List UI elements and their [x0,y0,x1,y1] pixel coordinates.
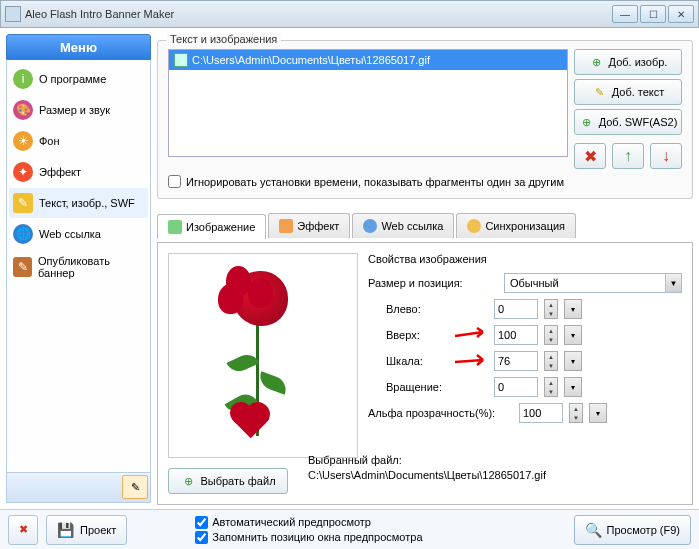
text-images-group: Текст и изображения C:\Users\Admin\Docum… [157,40,693,199]
scale-input[interactable] [494,351,538,371]
menu-collapse-button[interactable]: ✎ [122,475,148,499]
sidebar-item-label: Эффект [39,166,81,178]
move-up-button[interactable]: ↑ [612,143,644,169]
sidebar-item-label: О программе [39,73,106,85]
remember-position-checkbox[interactable] [195,531,208,544]
scale-menu-button[interactable]: ▾ [564,351,582,371]
rose-image [198,266,328,446]
move-down-button[interactable]: ↓ [650,143,682,169]
left-spinner[interactable]: ▲▼ [544,299,558,319]
scale-spinner[interactable]: ▲▼ [544,351,558,371]
auto-preview-checkbox[interactable] [195,516,208,529]
web-tab-icon [363,219,377,233]
ignore-timing-checkbox[interactable] [168,175,181,188]
delete-button[interactable]: ✖ [574,143,606,169]
rotation-menu-button[interactable]: ▾ [564,377,582,397]
sidebar-item-about[interactable]: iО программе [9,64,148,94]
effect-tab-icon [279,219,293,233]
sidebar-item-size[interactable]: 🎨Размер и звук [9,95,148,125]
project-button[interactable]: 💾Проект [46,515,127,545]
image-preview [168,253,358,458]
top-menu-button[interactable]: ▾ [564,325,582,345]
sidebar-item-effect[interactable]: ✦Эффект [9,157,148,187]
ignore-timing-label: Игнорировать установки времени, показыва… [186,176,564,188]
sidebar-item-label: Web ссылка [39,228,101,240]
app-icon [5,6,21,22]
choose-file-button[interactable]: ⊕Выбрать файл [168,468,288,494]
add-text-button[interactable]: ✎Доб. текст [574,79,682,105]
selected-file-label: Выбранный файл: [308,453,682,468]
sync-tab-icon [467,219,481,233]
file-item-selected[interactable]: C:\Users\Admin\Documents\Цветы\12865017.… [169,50,567,70]
tab-body: ⊕Выбрать файл Свойства изображения Разме… [157,242,693,505]
group-label: Текст и изображения [166,33,281,45]
sidebar: Меню iО программе 🎨Размер и звук ☀Фон ✦Э… [6,34,151,503]
rotation-input[interactable] [494,377,538,397]
file-list[interactable]: C:\Users\Admin\Documents\Цветы\12865017.… [168,49,568,157]
alpha-input[interactable] [519,403,563,423]
image-file-icon [174,53,188,67]
sidebar-item-web[interactable]: 🌐Web ссылка [9,219,148,249]
add-text-icon: ✎ [592,84,608,100]
alpha-label: Альфа прозрачность(%): [368,407,513,419]
add-swf-icon: ⊕ [579,114,595,130]
maximize-button[interactable]: ☐ [640,5,666,23]
menu-footer: ✎ [6,473,151,503]
delete-icon: ✖ [584,147,597,166]
props-title: Свойства изображения [368,253,682,265]
footer: ✖ 💾Проект Автоматический предпросмотр За… [0,509,699,549]
sidebar-item-label: Текст, изобр., SWF [39,197,135,209]
magnifier-icon: 🔍 [585,522,602,538]
plus-icon: ⊕ [180,473,196,489]
left-input[interactable] [494,299,538,319]
selected-file-path: C:\Users\Admin\Documents\Цветы\12865017.… [308,468,682,483]
annotation-arrow-icon [453,353,493,371]
titlebar: Aleo Flash Intro Banner Maker — ☐ ✕ [0,0,699,28]
arrow-down-icon: ↓ [662,147,670,165]
tab-effect[interactable]: Эффект [268,213,350,238]
sizepos-label: Размер и позиция: [368,277,498,289]
remember-position-label: Запомнить позицию окна предпросмотра [212,531,422,543]
mode-combo[interactable]: Обычный▼ [504,273,682,293]
close-button[interactable]: ✕ [668,5,694,23]
file-path: C:\Users\Admin\Documents\Цветы\12865017.… [192,54,430,66]
tab-image[interactable]: Изображение [157,214,266,239]
tabs: Изображение Эффект Web ссылка Синхрониза… [157,213,693,238]
window-title: Aleo Flash Intro Banner Maker [25,8,608,20]
sidebar-item-label: Размер и звук [39,104,110,116]
minimize-button[interactable]: — [612,5,638,23]
add-image-icon: ⊕ [589,54,605,70]
left-menu-button[interactable]: ▾ [564,299,582,319]
rotation-spinner[interactable]: ▲▼ [544,377,558,397]
arrow-up-icon: ↑ [624,147,632,165]
cancel-icon: ✖ [19,523,28,536]
save-icon: 💾 [57,522,74,538]
top-spinner[interactable]: ▲▼ [544,325,558,345]
sidebar-item-label: Фон [39,135,60,147]
chevron-down-icon: ▼ [665,274,681,292]
sidebar-item-text-swf[interactable]: ✎Текст, изобр., SWF [9,188,148,218]
tab-sync[interactable]: Синхронизация [456,213,576,238]
auto-preview-label: Автоматический предпросмотр [212,516,371,528]
sidebar-item-publish[interactable]: ✎Опубликовать баннер [9,250,148,284]
rotation-label: Вращение: [368,381,488,393]
left-label: Влево: [368,303,488,315]
annotation-arrow-icon [453,327,493,345]
alpha-menu-button[interactable]: ▾ [589,403,607,423]
sidebar-item-bg[interactable]: ☀Фон [9,126,148,156]
add-swf-button[interactable]: ⊕Доб. SWF(AS2) [574,109,682,135]
menu-header: Меню [6,34,151,60]
top-input[interactable] [494,325,538,345]
sidebar-item-label: Опубликовать баннер [38,255,144,279]
image-tab-icon [168,220,182,234]
preview-button[interactable]: 🔍Просмотр (F9) [574,515,691,545]
image-properties: Свойства изображения Размер и позиция: О… [368,253,682,494]
alpha-spinner[interactable]: ▲▼ [569,403,583,423]
add-image-button[interactable]: ⊕Доб. изобр. [574,49,682,75]
cancel-button[interactable]: ✖ [8,515,38,545]
tab-web[interactable]: Web ссылка [352,213,454,238]
